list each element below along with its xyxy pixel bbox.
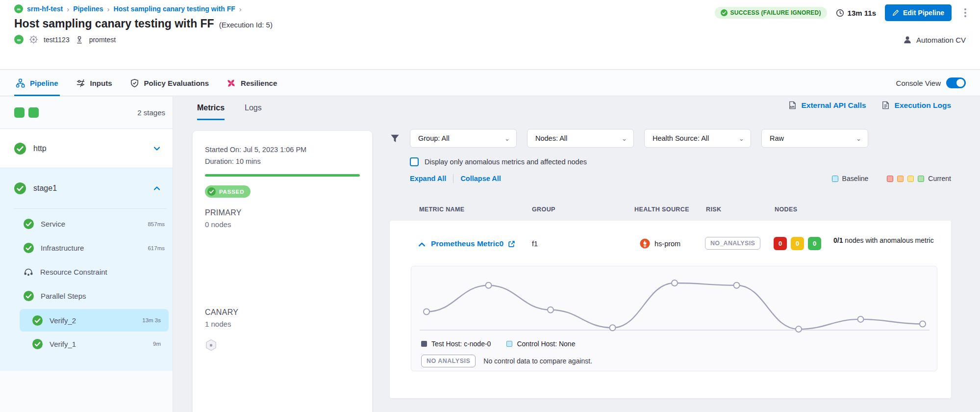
sidebar-step-verify-2[interactable]: Verify_2 13m 3s	[20, 309, 169, 332]
artifact-name: promtest	[89, 36, 116, 44]
tab-pipeline[interactable]: Pipeline	[14, 70, 60, 96]
svg-text:∞: ∞	[17, 6, 20, 12]
sidebar-step-infrastructure[interactable]: Infrastructure 617ms	[0, 236, 173, 260]
clock-icon	[836, 9, 844, 17]
breadcrumb-project[interactable]: srm-hf-test	[27, 5, 63, 13]
more-options-menu[interactable]	[960, 5, 970, 20]
group-filter-dropdown[interactable]: Group: All⌄	[410, 129, 517, 148]
risk-badge: NO_ANALYSIS	[705, 237, 760, 250]
control-host-swatch	[506, 341, 512, 347]
log-links: API External API Calls Execution Logs	[788, 101, 952, 110]
tab-inputs[interactable]: Inputs	[75, 70, 114, 96]
breadcrumb-pipeline-name[interactable]: Host sampling canary testing with FF	[114, 5, 235, 13]
col-group: GROUP	[532, 206, 555, 213]
verification-summary-card: Started On: Jul 5, 2023 1:06 PM Duration…	[193, 131, 372, 412]
chevron-down-icon: ⌄	[622, 135, 627, 142]
top-header: ∞ srm-hf-test › Pipelines › Host samplin…	[0, 0, 980, 70]
health-source-filter-dropdown[interactable]: Health Source: All⌄	[644, 129, 751, 148]
resilience-chaos-icon	[226, 78, 236, 88]
stage-squares-icon	[14, 107, 39, 118]
sidebar-stage-stage1[interactable]: stage1	[0, 168, 173, 208]
check-circle-icon	[14, 182, 26, 194]
step-duration: 617ms	[148, 245, 165, 251]
current-yellow-swatch	[907, 176, 914, 182]
execution-id-label: (Execution Id: 5)	[219, 21, 273, 29]
prometheus-icon	[640, 238, 650, 249]
chevron-down-icon	[153, 145, 161, 153]
col-metric-name: METRIC NAME	[419, 206, 465, 213]
sidebar-step-service[interactable]: Service 857ms	[0, 212, 173, 236]
nodes-filter-dropdown[interactable]: Nodes: All⌄	[527, 129, 634, 148]
step-duration: 857ms	[148, 221, 165, 227]
inputs-icon	[76, 78, 85, 88]
tab-logs[interactable]: Logs	[245, 103, 262, 120]
check-circle-icon	[24, 291, 34, 301]
shield-check-icon	[130, 78, 139, 88]
check-circle-icon	[24, 219, 34, 229]
collapse-metric-chevron[interactable]	[418, 240, 426, 249]
current-red-swatch	[887, 176, 893, 182]
metric-name-link[interactable]: Prometheus Metric0	[431, 239, 515, 248]
stage-count-header: 2 stages	[0, 97, 173, 129]
console-view-toggle[interactable]	[946, 77, 966, 88]
verification-status-pill: PASSED	[205, 185, 251, 198]
data-mode-dropdown[interactable]: Raw⌄	[761, 129, 868, 148]
sidebar-step-parallel-steps[interactable]: Parallel Steps	[0, 284, 173, 308]
tab-policy-evaluations[interactable]: Policy Evaluations	[128, 70, 211, 96]
check-circle-icon	[32, 315, 43, 326]
harness-logo-icon: ∞	[14, 4, 23, 13]
host-legend: Test Host: c-node-0 Control Host: None	[421, 340, 575, 348]
expand-all-link[interactable]: Expand All	[410, 175, 446, 182]
control-host-label: Control Host: None	[517, 340, 575, 348]
api-document-icon: API	[788, 101, 797, 110]
edit-pipeline-button[interactable]: Edit Pipeline	[885, 4, 952, 21]
baseline-swatch	[832, 176, 838, 182]
anomalous-only-label: Display only anomalous metrics and affec…	[425, 158, 587, 166]
metrics-table-header: METRIC NAME GROUP HEALTH SOURCE RISK NOD…	[0, 206, 980, 215]
green-node-count: 0	[808, 237, 821, 250]
execution-logs-link[interactable]: Execution Logs	[881, 101, 951, 110]
page-title: Host sampling canary testing with FF	[14, 17, 214, 30]
user-icon	[903, 35, 912, 44]
expand-collapse-controls: Expand All Collapse All	[410, 174, 501, 183]
current-label: Current	[928, 175, 951, 182]
external-api-calls-link[interactable]: API External API Calls	[788, 101, 866, 110]
canary-node-count: 1 nodes	[205, 320, 231, 328]
breadcrumb-pipelines[interactable]: Pipelines	[73, 5, 103, 13]
breadcrumb-separator: ›	[67, 5, 69, 13]
check-circle-icon	[24, 243, 34, 253]
check-circle-icon	[14, 143, 26, 154]
metrics-filter-row: Group: All⌄ Nodes: All⌄ Health Source: A…	[390, 129, 879, 148]
red-node-count: 0	[774, 237, 787, 250]
col-health-source: HEALTH SOURCE	[634, 206, 689, 213]
current-green-swatch	[918, 176, 924, 182]
tab-resilience[interactable]: Resilience	[225, 70, 278, 96]
metric-row-card: Prometheus Metric0 f1 hs-prom NO_ANALYSI…	[390, 221, 951, 398]
no-analysis-message: No control data to compare against.	[483, 357, 592, 365]
artifact-rig-icon	[75, 35, 84, 44]
step-detail-tabs: Metrics Logs	[197, 103, 262, 120]
metric-group-value: f1	[532, 240, 538, 248]
sidebar-step-verify-1[interactable]: Verify_1 9m	[20, 333, 169, 355]
primary-node-count: 0 nodes	[205, 220, 231, 229]
collapse-all-link[interactable]: Collapse All	[460, 175, 501, 182]
check-circle-icon	[32, 339, 43, 349]
tab-metrics[interactable]: Metrics	[197, 103, 225, 120]
external-link-icon[interactable]	[508, 240, 515, 248]
anomalous-only-checkbox[interactable]	[410, 157, 419, 166]
service-name: test1123	[44, 36, 70, 44]
chevron-up-icon	[153, 184, 161, 192]
node-risk-badges: 0 0 0	[774, 237, 821, 250]
current-orange-swatch	[897, 176, 904, 182]
console-view-label: Console View	[896, 79, 941, 87]
sidebar-step-resource-constraint[interactable]: Resource Constraint	[0, 260, 173, 284]
chevron-down-icon: ⌄	[739, 135, 744, 142]
yellow-node-count: 0	[791, 237, 804, 250]
test-host-swatch	[421, 341, 427, 347]
duration-label: Duration: 10 mins	[205, 157, 261, 165]
stage1-section: stage1 Service 857ms Infrastructure 617m…	[0, 168, 173, 371]
chart-color-legend: Baseline Current	[832, 175, 951, 182]
canary-node-hexagon-icon[interactable]	[205, 339, 217, 352]
elapsed-time: 13m 11s	[836, 9, 876, 17]
sidebar-stage-http[interactable]: http	[0, 129, 173, 168]
